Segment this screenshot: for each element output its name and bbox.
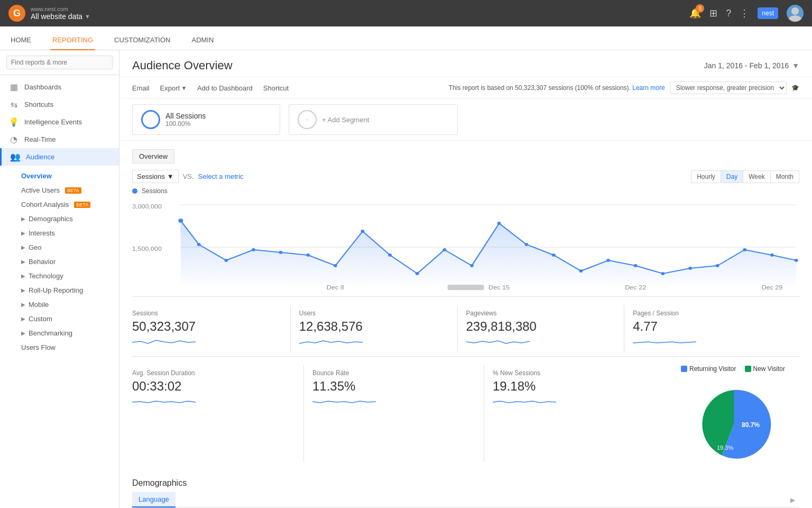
sidebar-item-realtime[interactable]: ◔ Real-Time [0,131,119,148]
date-range-picker[interactable]: Jan 1, 2016 - Feb 1, 2016 ▼ [704,61,799,70]
select-metric-link[interactable]: Select a metric [198,173,244,180]
sidebar-item-shortcuts[interactable]: ⇆ Shortcuts [0,96,119,113]
svg-point-27 [716,264,719,267]
stat-sessions: Sessions 50,323,307 [132,305,291,352]
stat-value-pageviews: 239,818,380 [466,319,616,334]
svg-point-17 [442,248,446,251]
add-segment-box[interactable]: ＋ + Add Segment [289,104,458,135]
top-bar-right: 🔔 8 ⊞ ? ⋮ nest [689,5,804,22]
demo-tab-language[interactable]: Language [132,492,176,507]
dropdown-arrow-icon: ▼ [85,13,90,20]
chevron-mobile: ▶ [21,302,25,307]
legend-dot-sessions [132,188,137,194]
submenu-users-flow[interactable]: Users Flow [17,340,119,355]
stat-value-pages-session: 4.77 [633,319,782,334]
shortcut-button[interactable]: Shortcut [263,84,289,92]
chevron-technology: ▶ [21,273,25,279]
segment-name: All Sessions [165,112,206,120]
sidebar-main-items: ▦ Dashboards ⇆ Shortcuts 💡 Intelligence … [0,75,119,169]
stat-label-pages-session: Pages / Session [633,310,782,317]
metric-select-button[interactable]: Sessions ▼ [132,170,179,183]
sidebar-item-audience[interactable]: 👥 Audience [0,148,119,166]
search-input[interactable] [6,56,113,69]
svg-text:Dec 15: Dec 15 [488,284,510,291]
svg-point-1 [789,15,801,22]
svg-point-13 [334,264,337,267]
avatar[interactable] [787,5,804,22]
site-label[interactable]: All website data ▼ [31,12,90,21]
sidebar-label-audience: Audience [26,153,54,161]
submenu-interests[interactable]: ▶ Interests [17,226,119,240]
nav-customization[interactable]: CUSTOMIZATION [112,31,172,50]
pie-label-returning: Returning Visitor [689,365,736,373]
nest-button[interactable]: nest [758,7,778,19]
nav-admin[interactable]: ADMIN [189,31,216,50]
submenu-rollup[interactable]: ▶ Roll-Up Reporting [17,283,119,297]
export-button[interactable]: Export ▼ [160,84,187,92]
stats-row-1: Sessions 50,323,307 Users 12,638,576 Pag… [132,296,799,352]
sidebar-item-intelligence[interactable]: 💡 Intelligence Events [0,113,119,131]
precision-select[interactable]: Slower response, greater precision [670,81,787,94]
overview-panel: Overview Sessions ▼ VS. Select a metric … [119,141,812,470]
date-range-arrow-icon: ▼ [792,61,799,70]
svg-point-18 [470,264,474,267]
submenu-technology[interactable]: ▶ Technology [17,269,119,283]
sidebar-label-shortcuts: Shortcuts [24,101,53,108]
svg-point-30 [795,259,798,262]
demographics-title: Demographics [132,478,799,488]
chevron-behavior: ▶ [21,259,25,265]
google-analytics-logo[interactable]: G [8,5,25,22]
svg-point-10 [252,248,255,251]
main-content: Audience Overview Jan 1, 2016 - Feb 1, 2… [119,50,812,508]
submenu-benchmarking[interactable]: ▶ Benchmarking [17,326,119,340]
learn-more-link[interactable]: Learn more [632,84,665,92]
submenu-custom[interactable]: ▶ Custom [17,312,119,326]
svg-point-20 [524,243,528,246]
sessions-chart: 3,000,000 1,500,000 [132,197,799,292]
stat-value-avg-duration: 00:33:02 [132,379,295,394]
stat-label-pageviews: Pageviews [466,310,616,317]
body-layout: ▦ Dashboards ⇆ Shortcuts 💡 Intelligence … [0,50,812,508]
stat-pages-session: Pages / Session 4.77 [633,305,791,352]
email-button[interactable]: Email [132,84,150,92]
apps-icon[interactable]: ⊞ [709,7,717,19]
submenu-active-users[interactable]: Active Users BETA [17,183,119,197]
chart-legend: Sessions [132,187,799,195]
nav-reporting[interactable]: REPORTING [50,31,95,50]
chevron-interests: ▶ [21,230,25,236]
add-to-dashboard-button[interactable]: Add to Dashboard [197,84,253,92]
help-icon[interactable]: ? [726,8,731,19]
submenu-mobile[interactable]: ▶ Mobile [17,297,119,312]
time-btn-week[interactable]: Week [743,171,770,183]
svg-point-0 [791,7,799,15]
notifications-icon[interactable]: 🔔 8 [689,7,701,19]
help-hat-icon[interactable]: 🎓 [791,84,799,92]
main-nav: HOME REPORTING CUSTOMIZATION ADMIN [0,26,812,50]
nav-home[interactable]: HOME [8,31,33,50]
submenu-geo[interactable]: ▶ Geo [17,240,119,255]
more-options-icon[interactable]: ⋮ [740,7,749,19]
sidebar-search-container [0,50,119,75]
demographics-tabs: Language ▶ [132,492,799,508]
segment-all-sessions[interactable]: All Sessions 100.00% [132,104,280,135]
submenu-overview[interactable]: Overview [17,169,119,183]
svg-point-21 [552,253,556,257]
submenu-demographics[interactable]: ▶ Demographics [17,212,119,226]
time-btn-hourly[interactable]: Hourly [691,171,721,183]
stat-label-avg-duration: Avg. Session Duration [132,369,295,377]
submenu-cohort[interactable]: Cohort Analysis BETA [17,197,119,212]
stat-label-sessions: Sessions [132,310,282,317]
time-range-buttons: Hourly Day Week Month [691,170,799,183]
chevron-benchmarking: ▶ [21,330,25,336]
sparkline-pageviews [466,337,530,348]
time-btn-month[interactable]: Month [771,171,799,183]
submenu-behavior[interactable]: ▶ Behavior [17,255,119,269]
svg-point-28 [743,248,746,251]
svg-point-19 [497,222,501,225]
sidebar-item-dashboards[interactable]: ▦ Dashboards [0,78,119,96]
svg-point-29 [770,253,774,257]
sidebar-label-realtime: Real-Time [24,135,56,143]
beta-badge-active-users: BETA [65,187,81,194]
time-btn-day[interactable]: Day [721,171,743,183]
sidebar-label-intelligence: Intelligence Events [24,118,82,126]
